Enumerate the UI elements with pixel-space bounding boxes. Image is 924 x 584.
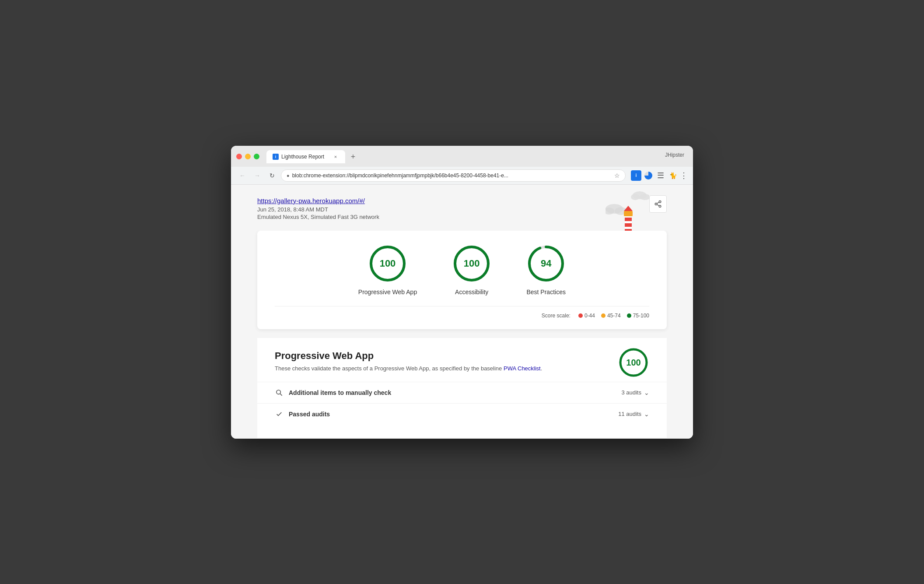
lh-header: https://gallery-pwa.herokuapp.com/#/ Jun…	[231, 185, 693, 231]
svg-point-2	[631, 194, 640, 200]
extension-icon-1[interactable]	[643, 170, 654, 181]
page-content: https://gallery-pwa.herokuapp.com/#/ Jun…	[231, 185, 693, 439]
audit-chevron-additional: ⌄	[644, 389, 649, 396]
score-scale: Score scale: 0-44 45-74 75-100	[275, 306, 649, 319]
lighthouse-illustration	[606, 189, 640, 231]
forward-button[interactable]: →	[251, 169, 263, 182]
svg-rect-10	[625, 229, 632, 231]
profile-name: JHipster	[665, 152, 684, 162]
pwa-desc-text: These checks validate the aspects of a P…	[275, 365, 502, 372]
svg-line-17	[657, 202, 659, 203]
score-circle-accessibility: 100	[452, 244, 491, 283]
score-label-accessibility: Accessibility	[455, 288, 488, 296]
scale-label-orange: 45-74	[607, 313, 621, 319]
bookmark-icon[interactable]: ☆	[614, 172, 620, 179]
nav-bar: ← → ↻ ● blob:chrome-extension://blipmdco…	[231, 167, 693, 185]
checkmark-icon	[275, 410, 284, 419]
svg-point-14	[655, 203, 657, 205]
scale-dot-orange	[601, 313, 606, 318]
back-button[interactable]: ←	[236, 169, 248, 182]
security-icon: ●	[287, 173, 290, 178]
scale-item-red: 0-44	[578, 313, 595, 319]
svg-point-15	[659, 205, 661, 208]
svg-line-27	[280, 394, 282, 396]
scale-label-red: 0-44	[584, 313, 595, 319]
score-item-best-practices: 94 Best Practices	[526, 244, 566, 296]
audit-row-additional[interactable]: Additional items to manually check 3 aud…	[257, 382, 667, 403]
score-label-pwa: Progressive Web App	[358, 288, 417, 296]
tabs-area: i Lighthouse Report × +	[266, 150, 665, 163]
audit-row-passed[interactable]: Passed audits 11 audits ⌄	[257, 403, 667, 425]
lighthouse-extension-icon[interactable]: i	[631, 170, 641, 181]
score-value-accessibility: 100	[464, 258, 480, 269]
audit-count-passed: 11 audits	[618, 411, 641, 417]
svg-point-26	[276, 390, 280, 394]
nav-extensions: i ☰ 🐈 ⋮	[631, 170, 688, 181]
scale-item-orange: 45-74	[601, 313, 621, 319]
pwa-score-circle: 100	[618, 347, 649, 378]
svg-rect-9	[625, 223, 632, 227]
pwa-section: Progressive Web App These checks validat…	[257, 338, 667, 438]
score-item-accessibility: 100 Accessibility	[452, 244, 491, 296]
pwa-desc-end: .	[541, 365, 542, 372]
tab-close-button[interactable]: ×	[332, 153, 339, 160]
scale-dot-green	[627, 313, 631, 318]
audit-chevron-passed: ⌄	[644, 411, 649, 418]
score-value-pwa: 100	[380, 258, 396, 269]
pwa-section-description: These checks validate the aspects of a P…	[275, 364, 618, 373]
svg-rect-11	[624, 211, 633, 216]
minimize-button[interactable]	[245, 154, 251, 159]
scores-row: 100 Progressive Web App 100 Accessibilit…	[275, 244, 649, 296]
scale-item-green: 75-100	[627, 313, 649, 319]
title-bar: i Lighthouse Report × + JHipster	[231, 146, 693, 167]
score-scale-label: Score scale:	[542, 313, 570, 319]
browser-window: i Lighthouse Report × + JHipster ← → ↻ ●…	[231, 146, 693, 439]
new-tab-button[interactable]: +	[347, 151, 359, 163]
svg-point-13	[659, 201, 661, 203]
pwa-checklist-link[interactable]: PWA Checklist	[504, 365, 541, 372]
active-tab[interactable]: i Lighthouse Report ×	[266, 150, 345, 163]
score-item-pwa: 100 Progressive Web App	[358, 244, 417, 296]
reload-button[interactable]: ↻	[266, 169, 278, 182]
bottom-padding	[257, 425, 667, 438]
tab-title: Lighthouse Report	[281, 154, 329, 160]
chrome-menu-button[interactable]: ⋮	[680, 171, 688, 180]
tab-favicon: i	[273, 154, 279, 160]
audit-count-additional: 3 audits	[621, 389, 641, 396]
share-button[interactable]	[649, 195, 667, 213]
address-bar[interactable]: ● blob:chrome-extension://blipmdconlkpin…	[281, 169, 626, 182]
search-icon	[275, 388, 284, 397]
maximize-button[interactable]	[254, 154, 259, 159]
audit-label-additional: Additional items to manually check	[289, 389, 621, 396]
scale-dot-red	[578, 313, 583, 318]
traffic-lights	[236, 154, 259, 159]
close-button[interactable]	[236, 154, 242, 159]
audit-label-passed: Passed audits	[289, 411, 618, 418]
score-value-best-practices: 94	[541, 258, 551, 269]
address-text: blob:chrome-extension://blipmdconlkpinef…	[292, 172, 612, 179]
score-circle-best-practices: 94	[526, 244, 566, 283]
score-label-best-practices: Best Practices	[526, 288, 565, 296]
pwa-score-value: 100	[626, 357, 640, 367]
extension-icon-3[interactable]: 🐈	[668, 170, 678, 181]
extension-icon-2[interactable]: ☰	[655, 170, 666, 181]
pwa-section-title: Progressive Web App	[275, 350, 618, 362]
scores-card: 100 Progressive Web App 100 Accessibilit…	[257, 231, 667, 329]
svg-rect-8	[625, 218, 632, 221]
score-circle-pwa: 100	[368, 244, 407, 283]
scale-label-green: 75-100	[633, 313, 649, 319]
svg-line-16	[657, 204, 659, 206]
pwa-section-header: Progressive Web App These checks validat…	[257, 338, 667, 382]
